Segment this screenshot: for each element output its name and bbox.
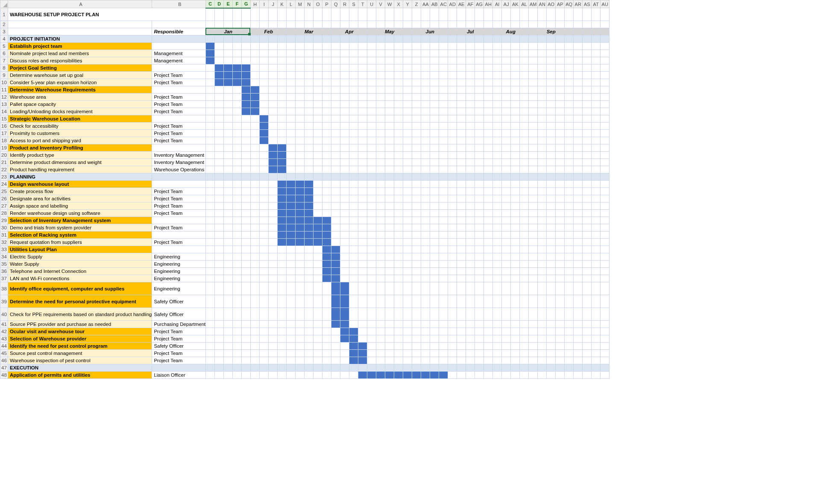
gantt-cell[interactable]	[233, 350, 242, 357]
gantt-cell[interactable]	[466, 159, 475, 166]
cell[interactable]	[296, 8, 305, 21]
gantt-cell[interactable]	[296, 181, 305, 188]
gantt-cell[interactable]	[520, 224, 529, 231]
gantt-cell[interactable]	[547, 50, 556, 57]
row-header[interactable]: 7	[0, 57, 8, 64]
gantt-cell[interactable]	[260, 86, 269, 94]
gantt-cell[interactable]	[287, 108, 296, 115]
col-header-AO[interactable]: AO	[547, 0, 556, 8]
gantt-cell[interactable]	[493, 253, 502, 261]
gantt-cell[interactable]	[358, 50, 367, 57]
gantt-cell[interactable]	[592, 173, 601, 181]
gantt-cell[interactable]	[287, 173, 296, 181]
row-header[interactable]: 21	[0, 159, 8, 166]
gantt-cell[interactable]	[484, 321, 493, 328]
gantt-cell[interactable]	[367, 364, 376, 372]
gantt-cell[interactable]	[547, 57, 556, 64]
gantt-cell[interactable]	[475, 246, 484, 253]
cell[interactable]	[421, 8, 430, 21]
gantt-cell[interactable]	[278, 188, 287, 195]
gantt-cell[interactable]	[224, 364, 233, 372]
gantt-cell[interactable]	[358, 144, 367, 152]
gantt-cell[interactable]	[448, 282, 457, 295]
gantt-cell[interactable]	[493, 308, 502, 321]
gantt-cell[interactable]	[349, 195, 358, 202]
cell[interactable]	[8, 21, 152, 28]
gantt-cell[interactable]	[215, 253, 224, 261]
gantt-cell[interactable]	[260, 282, 269, 295]
gantt-cell[interactable]	[278, 372, 287, 379]
gantt-cell[interactable]	[215, 101, 224, 108]
gantt-cell[interactable]	[331, 43, 340, 50]
gantt-cell[interactable]	[269, 195, 278, 202]
gantt-cell[interactable]	[403, 261, 412, 268]
gantt-cell[interactable]	[439, 328, 448, 335]
gantt-cell[interactable]	[385, 94, 394, 101]
gantt-cell[interactable]	[439, 239, 448, 246]
gantt-cell[interactable]	[475, 152, 484, 159]
gantt-cell[interactable]	[296, 372, 305, 379]
gantt-cell[interactable]	[574, 282, 583, 295]
row-header[interactable]: 4	[0, 35, 8, 43]
gantt-cell[interactable]	[403, 268, 412, 275]
gantt-cell[interactable]	[520, 343, 529, 350]
gantt-cell[interactable]	[583, 123, 592, 130]
responsible-cell[interactable]: Liaison Officer	[152, 372, 206, 379]
gantt-cell[interactable]	[367, 108, 376, 115]
gantt-cell[interactable]	[556, 328, 565, 335]
gantt-cell[interactable]	[206, 246, 215, 253]
gantt-cell[interactable]	[367, 137, 376, 144]
row-header[interactable]: 1	[0, 8, 8, 21]
gantt-cell[interactable]	[466, 108, 475, 115]
gantt-cell[interactable]	[457, 173, 466, 181]
gantt-cell[interactable]	[574, 202, 583, 210]
gantt-cell[interactable]	[565, 50, 574, 57]
gantt-cell[interactable]	[430, 308, 439, 321]
gantt-cell[interactable]	[296, 321, 305, 328]
gantt-cell[interactable]	[592, 210, 601, 217]
gantt-cell[interactable]	[260, 64, 269, 72]
gantt-cell[interactable]	[439, 195, 448, 202]
gantt-cell[interactable]	[367, 166, 376, 173]
col-header-X[interactable]: X	[394, 0, 403, 8]
gantt-cell[interactable]	[547, 137, 556, 144]
gantt-cell[interactable]	[376, 321, 385, 328]
gantt-cell[interactable]	[457, 364, 466, 372]
gantt-cell[interactable]	[412, 195, 421, 202]
gantt-cell[interactable]	[466, 328, 475, 335]
gantt-cell[interactable]	[511, 282, 520, 295]
gantt-cell[interactable]	[403, 173, 412, 181]
gantt-cell[interactable]	[403, 35, 412, 43]
gantt-cell[interactable]	[412, 210, 421, 217]
gantt-cell[interactable]	[502, 94, 511, 101]
gantt-cell[interactable]	[305, 282, 314, 295]
gantt-cell[interactable]	[385, 202, 394, 210]
gantt-cell[interactable]	[430, 79, 439, 86]
group-label[interactable]: Application of permits and utilities	[8, 372, 152, 379]
gantt-cell[interactable]	[260, 275, 269, 282]
gantt-cell[interactable]	[520, 94, 529, 101]
gantt-cell[interactable]	[331, 108, 340, 115]
gantt-cell[interactable]	[251, 50, 260, 57]
gantt-cell[interactable]	[206, 202, 215, 210]
gantt-cell[interactable]	[538, 173, 547, 181]
gantt-cell[interactable]	[466, 72, 475, 79]
gantt-cell[interactable]	[475, 282, 484, 295]
gantt-cell[interactable]	[430, 188, 439, 195]
gantt-cell[interactable]	[511, 64, 520, 72]
gantt-cell[interactable]	[367, 152, 376, 159]
gantt-cell[interactable]	[439, 335, 448, 343]
gantt-cell[interactable]	[511, 123, 520, 130]
row-header[interactable]: 12	[0, 94, 8, 101]
gantt-cell[interactable]	[376, 231, 385, 239]
gantt-cell[interactable]	[287, 79, 296, 86]
gantt-cell[interactable]	[314, 308, 322, 321]
gantt-cell[interactable]	[466, 357, 475, 364]
gantt-cell[interactable]	[251, 328, 260, 335]
gantt-cell[interactable]	[314, 321, 322, 328]
gantt-cell[interactable]	[412, 217, 421, 224]
gantt-cell[interactable]	[296, 50, 305, 57]
gantt-cell[interactable]	[484, 166, 493, 173]
gantt-cell[interactable]	[592, 224, 601, 231]
gantt-cell[interactable]	[314, 246, 322, 253]
